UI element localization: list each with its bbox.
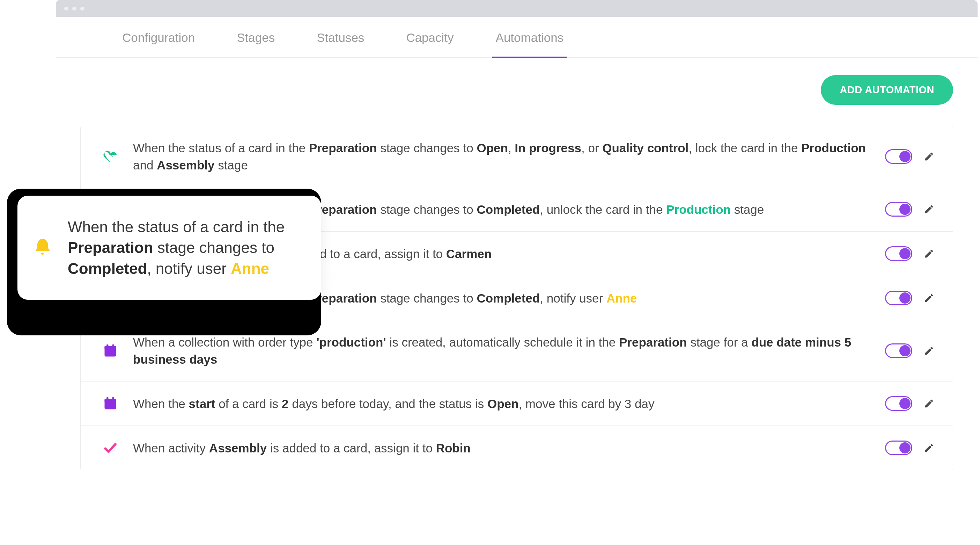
edit-rule-button[interactable]: [923, 292, 935, 304]
rule-description: When a collection with order type 'produ…: [133, 334, 871, 368]
svg-rect-2: [107, 344, 108, 347]
window-control-close[interactable]: [64, 6, 68, 11]
rule-description: When the start of a card is 2 days befor…: [133, 395, 871, 412]
automation-rule-row: When the status of a card in the Prepara…: [81, 126, 953, 187]
tab-configuration[interactable]: Configuration: [119, 31, 198, 58]
rule-controls: [885, 396, 935, 411]
svg-rect-1: [105, 346, 116, 349]
edit-rule-button[interactable]: [923, 397, 935, 410]
check-icon: [102, 439, 119, 457]
tab-stages[interactable]: Stages: [233, 31, 278, 58]
rule-enabled-toggle[interactable]: [885, 441, 912, 455]
calendar-icon: [102, 395, 119, 412]
window-control-maximize[interactable]: [80, 6, 84, 11]
edit-rule-button[interactable]: [923, 150, 935, 163]
automation-popup-card: When the status of a card in the Prepara…: [18, 196, 321, 300]
rule-enabled-toggle[interactable]: [885, 343, 912, 358]
rule-enabled-toggle[interactable]: [885, 149, 912, 164]
rule-controls: [885, 149, 935, 164]
window-control-minimize[interactable]: [72, 6, 76, 11]
window-titlebar: [56, 0, 978, 17]
tab-statuses[interactable]: Statuses: [313, 31, 368, 58]
svg-rect-7: [107, 397, 108, 400]
rule-controls: [885, 441, 935, 455]
tab-bar: Configuration Stages Statuses Capacity A…: [56, 17, 978, 57]
edit-rule-button[interactable]: [923, 203, 935, 215]
edit-rule-button[interactable]: [923, 344, 935, 357]
rule-controls: [885, 246, 935, 261]
rule-controls: [885, 343, 935, 358]
rule-controls: [885, 291, 935, 305]
automation-rule-row: When the start of a card is 2 days befor…: [81, 381, 953, 426]
rule-enabled-toggle[interactable]: [885, 246, 912, 261]
edit-rule-button[interactable]: [923, 247, 935, 260]
svg-rect-8: [113, 397, 115, 400]
popup-rule-text: When the status of a card in the Prepara…: [68, 217, 300, 279]
rule-controls: [885, 202, 935, 217]
rule-description: When activity Assembly is added to a car…: [133, 440, 871, 457]
actions-bar: ADD AUTOMATION: [80, 75, 953, 105]
rule-enabled-toggle[interactable]: [885, 291, 912, 305]
bell-icon: [32, 236, 54, 259]
rule-description: When the status of a card in the Prepara…: [133, 139, 871, 174]
add-automation-button[interactable]: ADD AUTOMATION: [821, 75, 953, 105]
tab-capacity[interactable]: Capacity: [402, 31, 457, 58]
svg-rect-6: [105, 399, 116, 402]
svg-rect-3: [113, 344, 115, 347]
edit-rule-button[interactable]: [923, 441, 935, 454]
rule-enabled-toggle[interactable]: [885, 202, 912, 217]
automation-rule-row: When activity Assembly is added to a car…: [81, 426, 953, 470]
heartbeat-icon: [102, 148, 119, 165]
rule-enabled-toggle[interactable]: [885, 396, 912, 411]
calendar-icon: [102, 342, 119, 360]
tab-automations[interactable]: Automations: [492, 31, 567, 58]
